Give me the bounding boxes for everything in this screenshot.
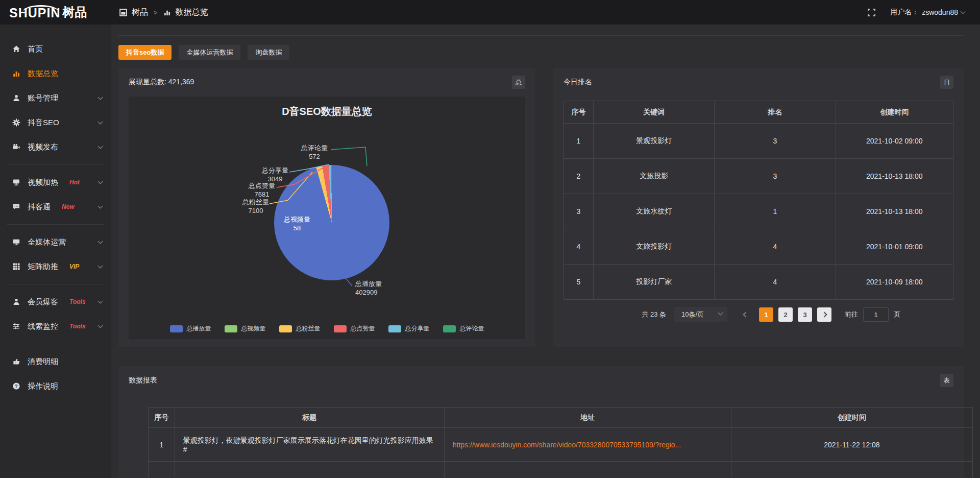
cell-keyword: 投影灯厂家 (593, 265, 714, 300)
username-value: zswodun88 (922, 8, 958, 16)
page-button-1[interactable]: 1 (759, 307, 773, 322)
cell-seq: 1 (149, 428, 175, 462)
home-icon (12, 45, 20, 53)
legend-label: 总评论量 (460, 324, 484, 333)
fullscreen-icon[interactable] (867, 8, 876, 17)
svg-text:?: ? (15, 383, 18, 389)
sidebar-item-douketong[interactable]: 抖客通 New (0, 195, 111, 219)
cell-rank: 4 (715, 265, 836, 300)
sidebar-item-account[interactable]: 账号管理 (0, 86, 111, 110)
cell-url (444, 462, 731, 478)
douyin-seo-chart-panel: 展现量总数: 421,369 总 D音SEO数据量总览 总播放量402909总视… (118, 68, 535, 347)
ranking-title: 今日排名 (564, 78, 592, 87)
sidebar-item-label: 矩阵助推 (28, 262, 58, 272)
cell-keyword: 景观投影灯 (593, 124, 714, 159)
cell-rank: 3 (715, 159, 836, 194)
pie-label-总评论量: 总评论量572 (279, 144, 350, 161)
chevron-down-icon (98, 203, 103, 208)
cell-created: 2021-10-01 09:00 (836, 229, 953, 265)
sidebar-divider (7, 284, 104, 284)
cell-created: 2021-10-02 09:00 (836, 124, 953, 159)
chevron-down-icon (98, 144, 103, 149)
sidebar-item-label: 消费明细 (28, 357, 58, 367)
legend-item-总粉丝量[interactable]: 总粉丝量 (279, 324, 321, 333)
legend-item-总评论量[interactable]: 总评论量 (443, 324, 484, 333)
sidebar-item-video-heat[interactable]: 视频加热 Hot (0, 170, 111, 195)
cell-seq: 1 (564, 124, 594, 159)
daily-view-button[interactable]: 日 (940, 76, 953, 89)
username-dropdown[interactable]: 用户名：zswodun88 (890, 8, 965, 17)
pagination: 共 23 条 10条/页 1 2 3 前往 页 (564, 307, 953, 322)
table-row: 3 文旅水纹灯 1 2021-10-13 18:00 (564, 194, 953, 229)
goto-page-input[interactable] (863, 307, 889, 322)
next-page-button[interactable] (817, 307, 831, 322)
sidebar-item-label: 抖音SEO (28, 118, 59, 128)
cell-rank: 3 (715, 124, 836, 159)
table-row-partial (149, 462, 973, 478)
sidebar-item-label: 视频发布 (28, 142, 58, 152)
chevron-down-icon (98, 119, 103, 124)
ranking-table: 序号 关键词 排名 创建时间 1 景观投影灯 3 2021-10-02 09:0… (564, 101, 953, 300)
total-view-button[interactable]: 总 (512, 76, 525, 89)
sidebar-item-help[interactable]: ? 操作说明 (0, 374, 111, 398)
breadcrumb-root[interactable]: 树品 (132, 7, 148, 18)
thumb-icon (12, 357, 20, 366)
legend-swatch (170, 325, 183, 332)
grid-icon (12, 262, 20, 271)
impressions-total: 展现量总数: 421,369 (129, 78, 194, 87)
sidebar-item-video-publish[interactable]: 视频发布 (0, 135, 111, 159)
cell-rank: 4 (715, 229, 836, 265)
tab-douyin-seo[interactable]: 抖音seo数据 (118, 45, 172, 60)
sidebar-item-data-overview[interactable]: 数据总览 (0, 61, 111, 86)
sidebar-item-label: 会员爆客 (28, 297, 58, 307)
sidebar-item-matrix-boost[interactable]: 矩阵助推 VIP (0, 254, 111, 279)
legend-label: 总播放量 (187, 324, 211, 333)
sidebar-item-media-operation[interactable]: 全媒体运营 (0, 230, 111, 254)
sidebar-item-label: 数据总览 (28, 69, 58, 79)
video-link[interactable]: https://www.iesdouyin.com/share/video/70… (453, 441, 681, 449)
chart-panel-header: 展现量总数: 421,369 总 (118, 68, 535, 97)
cell-title: 景观投影灯，夜游景观投影灯厂家展示展示落花灯在花园里的灯光投影应用效果 # (175, 428, 444, 462)
data-tabs: 抖音seo数据 全媒体运营数据 询盘数据 (118, 45, 964, 60)
col-url: 地址 (444, 408, 731, 428)
legend-item-总视频量[interactable]: 总视频量 (225, 324, 266, 333)
pie-label-总点赞量: 总点赞量7681 (226, 181, 298, 199)
col-created: 创建时间 (731, 408, 972, 428)
page-size-select[interactable]: 10条/页 (674, 307, 727, 322)
chart-icon (163, 9, 171, 16)
breadcrumb-current: 数据总览 (176, 7, 208, 18)
page-button-3[interactable]: 3 (798, 307, 812, 322)
vip-badge: VIP (69, 263, 79, 270)
sidebar-item-label: 线索监控 (28, 322, 58, 331)
user-icon (12, 94, 20, 102)
sidebar-item-douyin-seo[interactable]: 抖音SEO (0, 110, 111, 135)
sidebar-item-clue-monitor[interactable]: 线索监控 Tools (0, 314, 111, 339)
legend-item-总分享量[interactable]: 总分享量 (388, 324, 430, 333)
legend-item-总播放量[interactable]: 总播放量 (170, 324, 211, 333)
report-panel-header: 数据报表 表 (129, 366, 953, 395)
sidebar-item-label: 抖客通 (28, 202, 51, 212)
pie-label-总视频量: 总视频量58 (261, 215, 333, 232)
chevron-down-icon (961, 9, 966, 14)
cell-seq: 4 (564, 229, 594, 265)
report-header-row: 序号 标题 地址 创建时间 (149, 408, 973, 428)
monitor-icon (12, 238, 20, 246)
tab-inquiry[interactable]: 询盘数据 (248, 45, 289, 60)
chevron-down-icon (98, 94, 103, 100)
sliders-icon (12, 322, 20, 330)
table-view-button[interactable]: 表 (940, 374, 953, 387)
user-area: 用户名：zswodun88 (867, 8, 980, 17)
tools-badge: Tools (69, 323, 86, 330)
legend-item-总点赞量[interactable]: 总点赞量 (334, 324, 375, 333)
tab-media-operation[interactable]: 全媒体运营数据 (179, 45, 240, 60)
legend-swatch (279, 325, 292, 332)
legend-label: 总分享量 (405, 324, 430, 333)
sidebar-item-home[interactable]: 首页 (0, 37, 111, 61)
sidebar-item-member-baoke[interactable]: 会员爆客 Tools (0, 290, 111, 314)
today-ranking-panel: 今日排名 日 序号 关键词 排名 创建时间 1 景观投影灯 3 (553, 68, 964, 347)
page-button-2[interactable]: 2 (778, 307, 793, 322)
prev-page-button[interactable] (739, 307, 753, 322)
top-panels-row: 展现量总数: 421,369 总 D音SEO数据量总览 总播放量402909总视… (118, 68, 964, 347)
sidebar-item-consumption-detail[interactable]: 消费明细 (0, 349, 111, 374)
pie-chart-container: D音SEO数据量总览 总播放量402909总视频量58总粉丝量7100总点赞量7… (129, 97, 525, 339)
